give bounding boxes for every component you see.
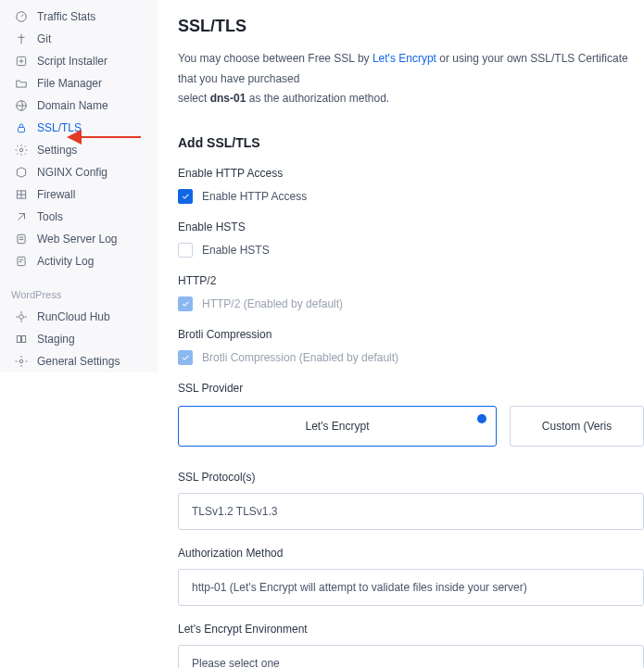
- folder-icon: [15, 77, 28, 90]
- script-icon: [15, 55, 28, 68]
- brotli-cb-label: Brotli Compression (Enabled by default): [202, 351, 398, 364]
- le-env-label: Let's Encrypt Environment: [178, 623, 644, 636]
- activity-icon: [15, 255, 28, 268]
- svg-point-8: [19, 315, 24, 320]
- lets-encrypt-link[interactable]: Let's Encrypt: [373, 52, 436, 65]
- sidebar-item-file-manager[interactable]: File Manager: [0, 72, 158, 95]
- sidebar-item-label: Traffic Stats: [37, 10, 95, 23]
- sidebar-item-label: Tools: [37, 210, 63, 223]
- sidebar-item-firewall[interactable]: Firewall: [0, 183, 158, 206]
- svg-rect-9: [17, 336, 20, 343]
- sidebar-item-label: File Manager: [37, 77, 102, 90]
- sidebar-item-label: General Settings: [37, 355, 120, 368]
- sidebar-item-nginx-config[interactable]: NGINX Config: [0, 161, 158, 183]
- sidebar-item-domain-name[interactable]: Domain Name: [0, 95, 158, 117]
- svg-rect-3: [19, 127, 25, 132]
- nginx-icon: [15, 166, 28, 179]
- firewall-icon: [15, 188, 28, 201]
- auth-method-select[interactable]: http-01 (Let's Encrypt will attempt to v…: [178, 569, 644, 606]
- sidebar-item-label: Web Server Log: [37, 233, 118, 246]
- sidebar-item-label: NGINX Config: [37, 166, 107, 179]
- sidebar-item-traffic-stats[interactable]: Traffic Stats: [0, 6, 158, 28]
- http2-label: HTTP/2: [178, 274, 644, 287]
- sidebar-item-label: Script Installer: [37, 55, 107, 68]
- sidebar-item-label: Activity Log: [37, 255, 94, 268]
- sidebar-item-label: Staging: [37, 333, 75, 346]
- section-title: Add SSL/TLS: [178, 135, 644, 150]
- http2-cb-label: HTTP/2 (Enabled by default): [202, 297, 343, 310]
- svg-rect-6: [18, 234, 25, 243]
- auth-method-label: Authorization Method: [178, 547, 644, 560]
- enable-hsts-checkbox[interactable]: [178, 243, 193, 258]
- sidebar-item-general-settings[interactable]: General Settings: [0, 350, 158, 372]
- enable-http-cb-label: Enable HTTP Access: [202, 190, 307, 203]
- log-icon: [15, 233, 28, 246]
- ssl-protocols-select[interactable]: TLSv1.2 TLSv1.3: [178, 493, 644, 530]
- sidebar-item-label: Domain Name: [37, 99, 108, 112]
- gear-icon: [15, 144, 28, 157]
- svg-point-11: [19, 359, 23, 363]
- enable-hsts-cb-label: Enable HSTS: [202, 244, 270, 257]
- sidebar-item-script-installer[interactable]: Script Installer: [0, 50, 158, 72]
- tools-icon: [15, 210, 28, 223]
- enable-hsts-label: Enable HSTS: [178, 221, 644, 233]
- sidebar-group-wordpress: WordPress: [0, 272, 158, 306]
- page-title: SSL/TLS: [178, 17, 644, 36]
- sidebar-item-activity-log[interactable]: Activity Log: [0, 250, 158, 272]
- annotation-arrow: [67, 128, 141, 146]
- enable-http-label: Enable HTTP Access: [178, 167, 644, 180]
- gauge-icon: [15, 10, 28, 23]
- sidebar-item-label: Git: [37, 32, 51, 45]
- sidebar-item-tools[interactable]: Tools: [0, 206, 158, 228]
- provider-lets-encrypt[interactable]: Let's Encrypt: [178, 406, 497, 447]
- selected-dot-icon: [477, 414, 486, 423]
- sidebar-item-label: RunCloud Hub: [37, 310, 110, 323]
- sidebar-item-web-server-log[interactable]: Web Server Log: [0, 228, 158, 250]
- lock-icon: [15, 121, 28, 134]
- git-icon: [15, 32, 28, 45]
- enable-http-checkbox[interactable]: [178, 189, 193, 204]
- intro-text: You may choose between Free SSL by Let's…: [178, 49, 644, 109]
- ssl-protocols-label: SSL Protocol(s): [178, 471, 644, 484]
- globe-icon: [15, 99, 28, 112]
- le-env-select[interactable]: Please select one: [178, 645, 644, 668]
- brotli-checkbox[interactable]: [178, 350, 193, 365]
- svg-rect-7: [18, 257, 25, 265]
- provider-custom[interactable]: Custom (Veris: [510, 406, 644, 447]
- sidebar-item-runcloud-hub[interactable]: RunCloud Hub: [0, 306, 158, 328]
- main-content: SSL/TLS You may choose between Free SSL …: [158, 0, 644, 668]
- hub-icon: [15, 310, 28, 323]
- sidebar-item-staging[interactable]: Staging: [0, 328, 158, 350]
- svg-rect-10: [22, 336, 26, 343]
- http2-checkbox[interactable]: [178, 296, 193, 311]
- sidebar: Traffic Stats Git Script Installer File …: [0, 0, 158, 372]
- brotli-label: Brotli Compression: [178, 328, 644, 341]
- sidebar-item-git[interactable]: Git: [0, 28, 158, 50]
- ssl-provider-label: SSL Provider: [178, 382, 644, 395]
- gear-icon: [15, 355, 28, 368]
- staging-icon: [15, 333, 28, 346]
- svg-point-4: [19, 148, 23, 152]
- sidebar-item-label: Firewall: [37, 188, 75, 201]
